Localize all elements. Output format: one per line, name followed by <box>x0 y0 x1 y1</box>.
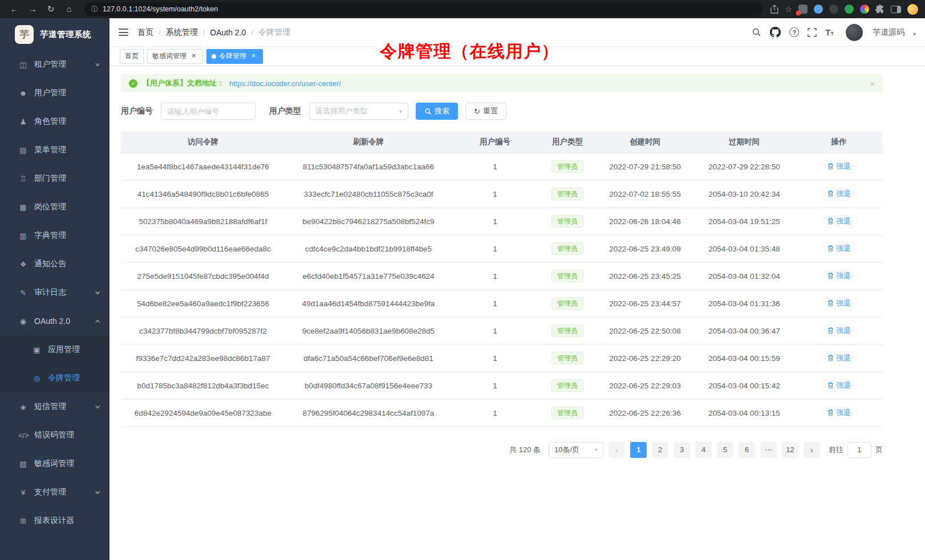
breadcrumb-item[interactable]: 首页 <box>137 27 153 38</box>
refresh-token-cell: 49d1aa46d1454fbd87591444423be9fa <box>285 290 452 317</box>
force-logout-button[interactable]: 强退 <box>827 271 851 281</box>
user-type-cell: 管理员 <box>538 372 597 399</box>
bookmark-star-icon[interactable]: ☆ <box>785 5 792 14</box>
extension-green-icon[interactable] <box>845 5 854 14</box>
force-logout-button[interactable]: 强退 <box>827 298 851 309</box>
access-token-cell: c342377bf8b344799dcbf7bf095287f2 <box>121 317 285 344</box>
table-row: b0d1785bc3a8482f812db4a3f3bd15ecb0df4980… <box>121 372 883 399</box>
reset-button[interactable]: ↻ 重置 <box>465 103 506 120</box>
app-logo[interactable]: 芋 芋道管理系统 <box>0 18 109 50</box>
sidebar-item-dict[interactable]: ▥字典管理 <box>0 221 109 250</box>
user-id-cell: 1 <box>452 153 538 180</box>
search-button[interactable]: 搜索 <box>416 103 458 120</box>
github-icon[interactable] <box>770 27 781 38</box>
access-token-cell: 1ea5e44f8bc1467aaede43144f31de76 <box>121 153 285 180</box>
tab-home[interactable]: 首页 <box>120 49 144 64</box>
page-button-3[interactable]: 3 <box>674 442 690 458</box>
breadcrumb-item[interactable]: OAuth 2.0 <box>210 28 246 37</box>
browser-refresh-icon[interactable]: ↻ <box>43 2 58 16</box>
sidebar-item-report-designer[interactable]: ⊞报表设计器 <box>0 506 109 535</box>
tab-sensitive-word[interactable]: 敏感词管理× <box>147 49 203 64</box>
breadcrumb-item[interactable]: 系统管理 <box>166 27 198 38</box>
sidebar-item-label: 短信管理 <box>34 401 66 412</box>
tab-close-icon[interactable]: × <box>189 52 198 60</box>
sidebar-item-user[interactable]: ☻用户管理 <box>0 79 109 107</box>
force-logout-button[interactable]: 强退 <box>827 161 851 172</box>
sidebar-item-post[interactable]: ▦岗位管理 <box>0 193 109 221</box>
browser-back-icon[interactable]: ← <box>7 2 22 16</box>
sidebar-item-error-code[interactable]: </>错误码管理 <box>0 421 109 449</box>
extension-badged-icon[interactable] <box>798 5 808 14</box>
chevron-down-icon: ∨ <box>94 62 101 67</box>
force-logout-button[interactable]: 强退 <box>827 244 851 254</box>
extensions-puzzle-icon[interactable] <box>875 5 885 14</box>
expire-time-cell: 2054-03-04 00:15:42 <box>693 372 795 399</box>
prev-page-button[interactable]: ‹ <box>608 442 625 458</box>
page-button-12[interactable]: 12 <box>782 442 798 458</box>
browser-forward-icon[interactable]: → <box>25 2 40 16</box>
alert-text: 【用户体系】文档地址： <box>143 78 224 88</box>
sidebar-item-oauth2[interactable]: ◉OAuth 2.0∧ <box>0 307 109 335</box>
access-token-cell: 502375b8040a469a9b82188afdf6af1f <box>121 208 285 235</box>
sidebar-item-dept[interactable]: ♖部门管理 <box>0 164 109 193</box>
sidebar-item-tenant[interactable]: ◫租户管理∨ <box>0 50 109 79</box>
force-logout-button[interactable]: 强退 <box>827 189 851 199</box>
goto-page-input[interactable] <box>847 442 871 458</box>
force-logout-label: 强退 <box>836 271 851 281</box>
header-tools: ? TT 芋道源码 ▾ <box>752 24 916 41</box>
browser-home-icon[interactable]: ⌂ <box>62 2 76 16</box>
browser-profile-avatar[interactable] <box>907 4 918 15</box>
page-button-4[interactable]: 4 <box>695 442 712 458</box>
extension-rainbow-icon[interactable] <box>860 5 869 14</box>
sidebar-item-menu[interactable]: ▤菜单管理 <box>0 136 109 164</box>
force-logout-label: 强退 <box>836 244 851 254</box>
table-row: 275e5de9151045fe87cbdc395e004f4de6cfd40e… <box>121 262 883 290</box>
doc-link[interactable]: https://doc.iocoder.cn/user-center/ <box>229 79 341 88</box>
user-type-label: 用户类型 <box>269 106 301 116</box>
sidebar-item-sms[interactable]: ◈短信管理∨ <box>0 392 109 421</box>
site-info-icon[interactable]: ⓘ <box>91 5 98 14</box>
sidebar-item-pay[interactable]: ¥支付管理∨ <box>0 478 109 506</box>
page-button-5[interactable]: 5 <box>717 442 733 458</box>
share-icon[interactable] <box>770 5 778 14</box>
tab-token[interactable]: 令牌管理× <box>206 49 263 64</box>
alert-close-icon[interactable]: × <box>870 79 875 88</box>
sidebar-item-sensitive-word[interactable]: ▧敏感词管理 <box>0 449 109 478</box>
force-logout-button[interactable]: 强退 <box>827 353 851 363</box>
force-logout-button[interactable]: 强退 <box>827 380 851 391</box>
next-page-button[interactable]: › <box>804 442 820 458</box>
tab-close-icon[interactable]: × <box>249 52 258 60</box>
font-size-icon[interactable]: TT <box>825 28 834 36</box>
user-type-cell: 管理员 <box>538 208 597 235</box>
sidebar-toggle-icon[interactable] <box>119 26 128 38</box>
side-panel-icon[interactable] <box>891 6 901 13</box>
user-id-input[interactable] <box>161 103 255 120</box>
user-type-select[interactable]: 请选择用户类型 ▾ <box>309 103 408 120</box>
force-logout-button[interactable]: 强退 <box>827 216 851 226</box>
address-bar[interactable]: ⓘ 127.0.0.1:1024/system/oauth2/token <box>84 2 762 16</box>
page-button-1[interactable]: 1 <box>630 442 647 458</box>
pagination-more-button[interactable]: ⋯ <box>760 442 777 458</box>
user-avatar[interactable] <box>846 24 863 41</box>
page-button-2[interactable]: 2 <box>652 442 668 458</box>
sidebar-item-label: 角色管理 <box>34 116 66 127</box>
page-button-6[interactable]: 6 <box>739 442 755 458</box>
sidebar-item-notice[interactable]: ❖通知公告 <box>0 250 109 278</box>
force-logout-button[interactable]: 强退 <box>827 326 851 336</box>
user-name[interactable]: 芋道源码 <box>873 27 904 38</box>
sidebar-item-audit-log[interactable]: ✎审计日志∨ <box>0 278 109 307</box>
sidebar-item-oauth2-application[interactable]: ▣应用管理 <box>0 335 109 364</box>
page-size-select[interactable]: 10条/页 ▾ <box>549 442 603 458</box>
extension-dark-icon[interactable] <box>829 5 838 14</box>
force-logout-button[interactable]: 强退 <box>827 408 851 418</box>
url-text: 127.0.0.1:1024/system/oauth2/token <box>103 5 218 13</box>
extension-blue-icon[interactable] <box>814 5 823 14</box>
sidebar-item-role[interactable]: ♟角色管理 <box>0 107 109 136</box>
search-icon[interactable] <box>752 27 761 37</box>
sidebar-item-oauth2-token[interactable]: ◎令牌管理 <box>0 364 109 392</box>
help-icon[interactable]: ? <box>789 27 799 37</box>
fullscreen-icon[interactable] <box>808 28 817 37</box>
refresh-token-cell: cdfc4ce9c2da4bb1bdf21b9918ff4be5 <box>285 235 452 262</box>
created-time-cell: 2022-06-26 18:04:46 <box>597 208 693 235</box>
doc-alert: ✓ 【用户体系】文档地址： https://doc.iocoder.cn/use… <box>121 74 883 92</box>
